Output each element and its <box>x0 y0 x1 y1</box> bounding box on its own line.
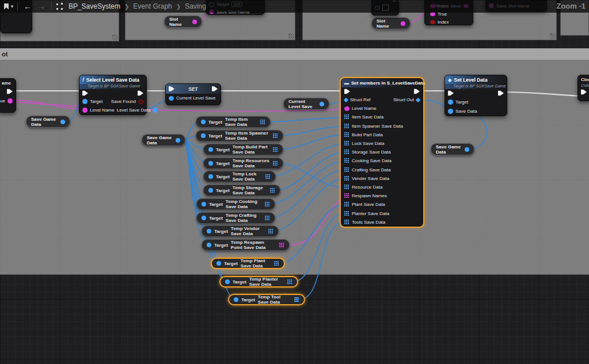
level-name-pin[interactable] <box>344 106 349 111</box>
build-part-data-pin[interactable] <box>344 132 349 137</box>
output-pin[interactable] <box>192 20 197 24</box>
exec-out-pin[interactable] <box>212 86 218 92</box>
output-pin[interactable] <box>273 147 278 152</box>
exec-out-pin[interactable] <box>414 89 420 94</box>
struct-pin-row-respawn-names[interactable]: Respawn Names <box>341 191 423 200</box>
output-pin[interactable] <box>265 174 271 179</box>
breadcrumb-blueprint[interactable]: BP_SaveSystem <box>69 2 120 10</box>
output-pin[interactable] <box>279 243 284 248</box>
output-pin[interactable] <box>273 161 278 166</box>
node-temp-tool-save-data[interactable]: TargetTemp Tool Save Data <box>228 294 305 305</box>
exec-in-pin[interactable] <box>344 89 350 94</box>
set-current-level-save-node[interactable]: SET Current Level Save <box>165 83 221 105</box>
comment-title-bar[interactable]: ot <box>0 48 589 60</box>
target-pin[interactable] <box>216 261 221 266</box>
output-pin[interactable] <box>320 102 324 106</box>
output-pin[interactable] <box>274 261 279 266</box>
true-pin[interactable] <box>430 12 435 16</box>
output-pin[interactable] <box>265 202 270 207</box>
blueprint-graph-canvas[interactable]: ot ▼ ← → BP_SaveSystem ❯ Event Graph ❯ S… <box>0 0 589 364</box>
planter-save-data-pin[interactable] <box>344 211 349 216</box>
struct-pin-row-level-name[interactable]: Level Name <box>341 104 423 113</box>
target-pin[interactable] <box>225 279 230 284</box>
node-temp-plant-save-data[interactable]: TargetTemp Plant Save Data <box>211 258 285 269</box>
node-temp-item-save-data[interactable]: TargetTemp Item Save Data <box>196 116 271 128</box>
slot-name-oval-1[interactable]: Slot Name <box>164 16 202 28</box>
output-pin[interactable] <box>265 216 270 221</box>
node-temp-crafting-save-data[interactable]: TargetTemp Crafting Save Data <box>196 212 275 224</box>
target-pin[interactable] <box>202 216 206 220</box>
vender-save-data-pin[interactable] <box>344 176 349 181</box>
exec-out-pin[interactable] <box>138 90 143 96</box>
resize-grip[interactable] <box>112 35 118 40</box>
return-value-pin[interactable] <box>7 98 13 104</box>
back-button[interactable]: ← <box>21 0 35 13</box>
node-temp-vendor-save-data[interactable]: TargetTemp Vendor Save Data <box>202 225 279 237</box>
node-temp-item-spawner-save-data[interactable]: TargetTemp Item Spawner Save Data <box>196 130 283 141</box>
current-level-save-oval[interactable]: Current Level Save <box>283 98 329 110</box>
index-pin[interactable] <box>430 20 435 24</box>
target-pin[interactable] <box>201 120 206 124</box>
resize-grip[interactable] <box>288 33 294 39</box>
exec-out-pin[interactable] <box>498 90 504 96</box>
target-pin[interactable] <box>208 147 213 152</box>
output-pin[interactable] <box>60 120 65 124</box>
target-pin[interactable] <box>201 133 206 138</box>
breadcrumb-saving[interactable]: Saving <box>185 2 206 10</box>
bookmark-button[interactable]: ▼ <box>4 0 14 13</box>
exec-out-pin[interactable] <box>7 89 13 94</box>
struct-pin-row-lock-save-data[interactable]: Lock Save Data <box>341 139 423 148</box>
breadcrumb-event-graph[interactable]: Event Graph <box>133 2 172 10</box>
output-pin[interactable] <box>287 279 292 285</box>
set-members-node[interactable]: ▬ Set members in S_LevelSaveData Struct … <box>341 78 423 227</box>
struct-pin-row-tools-save-data[interactable]: Tools Save Data <box>341 218 423 227</box>
output-pin[interactable] <box>270 188 275 193</box>
struct-pin-row-crafting-save-data[interactable]: Crafting Save Data <box>341 165 423 174</box>
save-game-data-oval-1[interactable]: Save Game Data <box>26 116 70 128</box>
struct-pin-row-resource-data[interactable]: Resource Data <box>341 183 423 191</box>
output-pin[interactable] <box>401 21 405 26</box>
exec-in-pin[interactable] <box>581 89 587 95</box>
current-level-save-pin[interactable] <box>169 96 174 101</box>
struct-pin-row-planter-save-data[interactable]: Planter Save Data <box>341 209 423 217</box>
output-pin[interactable] <box>176 138 180 143</box>
struct-pin-row-vender-save-data[interactable]: Vender Save Data <box>341 174 423 183</box>
resize-grip[interactable] <box>550 33 556 39</box>
exec-in-pin[interactable] <box>82 90 88 96</box>
struct-pin-row-item-save-data[interactable]: Item Save Data <box>341 113 423 121</box>
item-save-data-pin[interactable] <box>344 114 349 120</box>
node-temp-respawn-point-save-data[interactable]: TargetTemp Respawn Point Save Data <box>202 239 290 251</box>
save-data-pin[interactable] <box>448 109 453 114</box>
select-level-save-data-node[interactable]: fSelect Level Save Data Target is BP SGK… <box>79 75 147 115</box>
target-pin[interactable] <box>234 297 238 302</box>
struct-pin-row-cooking-save-data[interactable]: Cooking Save Data <box>341 156 423 165</box>
target-pin[interactable] <box>208 174 213 179</box>
struct-pin-row-item-spawner-save-data[interactable]: Item Spawner Save Data <box>341 121 423 130</box>
struct-pin-row-build-part-data[interactable]: Build Part Data <box>341 131 423 139</box>
save-game-data-oval-2[interactable]: Save Game Data <box>142 134 185 146</box>
node-temp-cooking-save-data[interactable]: TargetTemp Cooking Save Data <box>196 198 275 210</box>
set-level-data-node[interactable]: ◈Set Level Data Target is BP SGKSave Gam… <box>444 75 507 116</box>
struct-out-pin[interactable] <box>416 97 420 102</box>
exec-in-pin[interactable] <box>169 86 174 92</box>
crafting-save-data-pin[interactable] <box>344 167 349 173</box>
node-temp-planter-save-data[interactable]: TargetTemp Planter Save Data <box>219 276 298 288</box>
target-pin[interactable] <box>448 99 453 105</box>
target-pin[interactable] <box>207 243 211 247</box>
output-pin[interactable] <box>294 297 299 302</box>
output-pin[interactable] <box>465 147 469 152</box>
target-pin[interactable] <box>208 188 213 193</box>
item-spawner-save-data-pin[interactable] <box>344 124 349 129</box>
exec-in-pin[interactable] <box>448 90 454 96</box>
struct-pin-row-plant-save-data[interactable]: Plant Save Data <box>341 200 423 209</box>
target-pin[interactable] <box>208 161 213 166</box>
target-pin[interactable] <box>207 229 211 233</box>
struct-pin-row-storage-save-data[interactable]: Storage Save Data <box>341 148 423 156</box>
output-pin[interactable] <box>260 120 265 125</box>
node-temp-storage-save-data[interactable]: TargetTemp Storage Save Data <box>203 185 280 196</box>
output-pin[interactable] <box>268 229 273 234</box>
output-pin[interactable] <box>273 133 278 139</box>
lock-save-data-pin[interactable] <box>344 141 349 146</box>
respawn-names-pin[interactable] <box>344 193 349 198</box>
partial-node-left[interactable]: ame Value <box>0 78 16 113</box>
